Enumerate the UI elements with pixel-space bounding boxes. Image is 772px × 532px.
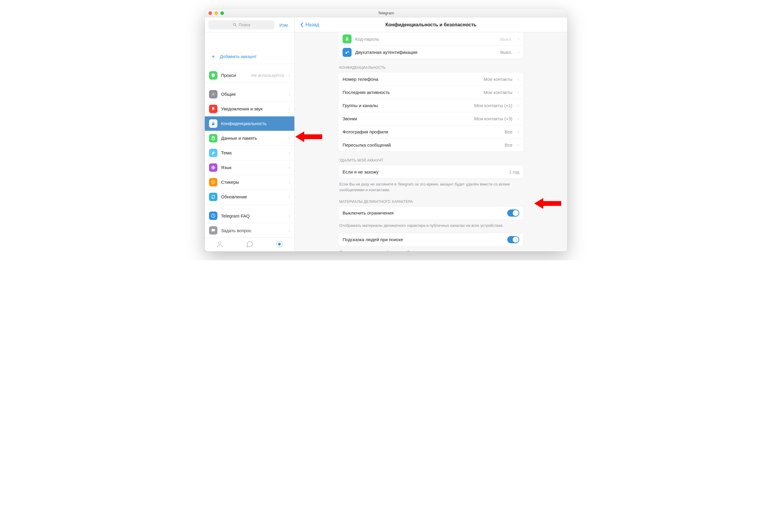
tab-settings[interactable] [276,240,283,249]
row-disable-restrictions[interactable]: Выключить ограничения [338,206,523,220]
svg-point-13 [346,52,347,54]
row-value: Выкл. [500,50,512,55]
sidebar-item-update[interactable]: Обновление › [205,190,294,204]
row-suggest-people[interactable]: Подсказка людей при поиске [338,233,523,246]
row-value: Все [504,129,512,134]
row-value: Мои контакты [484,90,512,95]
row-photo[interactable]: Фотография профиля Все › [338,125,523,138]
bottom-tabs [205,238,294,251]
edit-button[interactable]: Изм. [278,22,291,28]
sidebar-item-general[interactable]: Общие › [205,87,294,102]
sidebar-item-value: Не используется [252,73,284,78]
svg-point-2 [213,94,214,95]
row-label: Подсказка людей при поиске [343,237,504,242]
row-calls[interactable]: Звонки Мои контакты (+3) › [338,112,523,125]
chevron-right-icon: › [518,116,519,121]
chevron-right-icon: › [518,129,519,134]
add-account-label: Добавить аккаунт [220,54,257,59]
chevron-right-icon: › [518,77,519,82]
section-footer-delete: Если Вы ни разу не заглянете в Telegram … [338,179,524,193]
sidebar-item-label: Язык [221,165,285,170]
shield-icon [209,71,218,80]
svg-text:?: ? [213,214,214,217]
section-footer-sensitive: Отображать материалы деликатного характе… [338,220,524,229]
toggle-disable-restrictions[interactable] [507,209,519,217]
sidebar-item-faq[interactable]: ? Telegram FAQ › [205,209,294,223]
sidebar-item-label: Данные и память [221,136,285,141]
row-forward[interactable]: Пересылка сообщений Все › [338,138,523,151]
sidebar-item-notifications[interactable]: Уведомления и звук › [205,102,294,116]
maximize-icon[interactable] [221,11,224,15]
back-button[interactable]: Назад [300,22,319,28]
chevron-right-icon: › [289,106,290,111]
sidebar-item-stickers[interactable]: Стикеры › [205,175,294,190]
app-window: Telegram Поиск Изм. ＋ Добавить аккаунт [205,9,567,251]
minimize-icon[interactable] [215,11,218,15]
section-footer-suggest: Показывать пользователей, которым Вы час… [338,247,524,251]
chevron-right-icon: › [289,180,290,185]
sidebar-item-proxy[interactable]: Прокси Не используется › [205,68,294,83]
chevron-right-icon: › [518,103,519,108]
row-passcode[interactable]: Код-пароль Выкл. › [338,32,523,45]
sidebar-item-privacy[interactable]: Конфиденциальность [205,116,294,131]
chevron-right-icon: › [518,50,519,55]
detail-header: Назад Конфиденциальность и безопасность [295,17,567,32]
row-label: Двухэтапная аутентификация [355,50,497,55]
svg-point-9 [218,241,221,244]
row-delete-if-away[interactable]: Если я не захожу 1 год [338,165,523,178]
svg-rect-12 [346,39,348,40]
chevron-right-icon: › [289,150,290,155]
row-value: Мои контакты [484,77,512,82]
sidebar-item-theme[interactable]: Тема › [205,146,294,160]
svg-point-11 [278,243,281,245]
database-icon [209,134,218,142]
chevron-right-icon: › [289,228,290,233]
row-label: Выключить ограничения [343,210,504,215]
section-header-delete: УДАЛИТЬ МОЙ АККАУНТ [338,152,524,165]
sensitive-group: Выключить ограничения [338,206,524,220]
sidebar-item-language[interactable]: Язык › [205,160,294,175]
chevron-right-icon: › [289,213,290,218]
sidebar-item-label: Прокси [221,73,248,78]
person-icon [216,240,224,248]
close-icon[interactable] [209,11,212,15]
tab-contacts[interactable] [216,240,224,249]
chevron-left-icon [300,22,304,28]
sidebar-item-label: Обновление [221,194,285,199]
chat-icon [246,240,253,248]
add-account-button[interactable]: ＋ Добавить аккаунт [205,49,294,64]
question-icon: ? [209,212,218,220]
privacy-group: Номер телефона Мои контакты › Последняя … [338,72,524,152]
globe-icon [209,163,218,172]
row-phone[interactable]: Номер телефона Мои контакты › [338,72,523,86]
detail-title: Конфиденциальность и безопасность [295,22,567,28]
sidebar: Поиск Изм. ＋ Добавить аккаунт Прокси Н [205,17,295,251]
section-header-privacy: КОНФИДЕНЦИАЛЬНОСТЬ [338,59,524,72]
chevron-right-icon: › [289,73,290,78]
row-label: Если я не захожу [343,169,505,174]
svg-point-4 [212,136,215,138]
sidebar-item-label: Тема [221,150,285,155]
sidebar-item-ask[interactable]: Задать вопрос › [205,223,294,238]
bell-icon [209,105,218,113]
sidebar-item-label: Конфиденциальность [221,121,290,126]
back-label: Назад [306,22,319,28]
row-value: Мои контакты (+3) [474,116,512,121]
sidebar-item-label: Задать вопрос [221,228,285,233]
search-placeholder: Поиск [239,22,250,27]
row-twostep[interactable]: Двухэтапная аутентификация Выкл. › [338,45,523,59]
search-input[interactable]: Поиск [209,20,275,29]
sidebar-item-data[interactable]: Данные и память › [205,131,294,146]
row-groups[interactable]: Группы и каналы Мои контакты (+1) › [338,99,523,112]
chevron-right-icon: › [518,37,519,42]
toggle-suggest-people[interactable] [507,236,519,243]
row-lastseen[interactable]: Последняя активность Мои контакты › [338,86,523,99]
sidebar-item-label: Общие [221,92,285,97]
tab-chats[interactable] [246,240,253,249]
row-label: Звонки [343,116,470,121]
detail-panel: Назад Конфиденциальность и безопасность … [295,17,567,251]
security-group: Код-пароль Выкл. › Двухэтапная аутентифи… [338,32,524,59]
svg-point-0 [233,23,236,25]
sidebar-item-label: Уведомления и звук [221,106,285,111]
detail-scroll[interactable]: Код-пароль Выкл. › Двухэтапная аутентифи… [295,32,567,251]
